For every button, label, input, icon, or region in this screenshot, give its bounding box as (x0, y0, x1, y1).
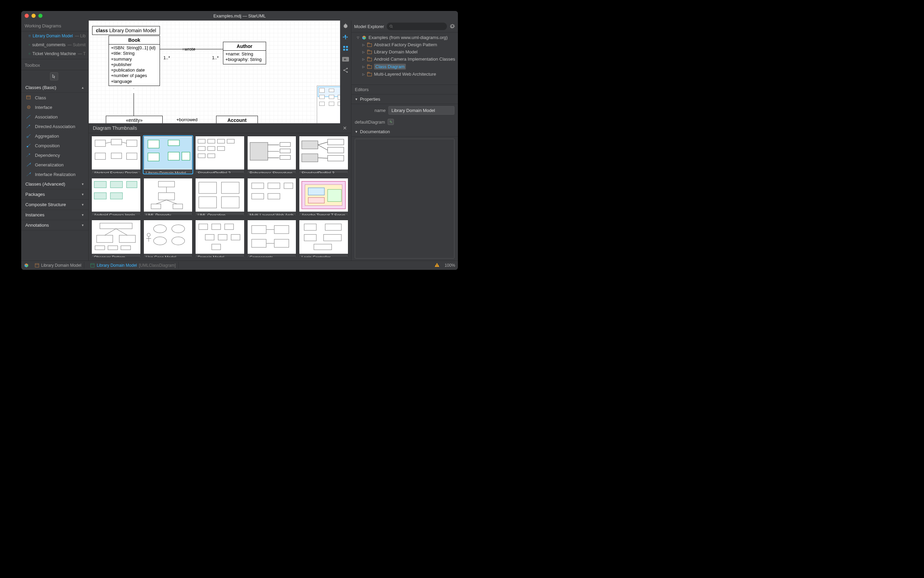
cursor-icon (52, 74, 56, 78)
svg-rect-122 (314, 244, 332, 250)
status-tab-2[interactable]: Library Domain Model [UMLClassDiagram] (88, 262, 179, 269)
documentation-textarea[interactable] (355, 139, 455, 258)
status-tab-1[interactable]: Library Domain Model (32, 262, 84, 269)
toolbox-section-packages[interactable]: Packages▼ (21, 189, 88, 200)
tree-root[interactable]: ▽ Examples (from www.uml-diagrams.org) (351, 34, 458, 41)
uml-class-entity[interactable]: «entity» (106, 116, 163, 123)
toolbox-item-aggregation[interactable]: Aggregation (21, 131, 88, 141)
thumbnail-item[interactable]: Abstract Factory Design (91, 136, 141, 174)
svg-rect-44 (198, 146, 205, 151)
tree-item[interactable]: ▷ Android Camera Implementation Classes (351, 55, 458, 63)
extensions-button[interactable] (342, 23, 349, 30)
thumbnail-item[interactable]: Login Controller (299, 220, 348, 258)
move-tool-button[interactable] (342, 34, 349, 41)
diagram-icon (35, 263, 39, 268)
thumbnail-item[interactable]: UML Property (143, 178, 193, 216)
caret-right-icon: ▷ (362, 73, 365, 76)
thumbnail-label: Robustness Stereotype (248, 169, 296, 173)
working-diagram-item[interactable]: Ticket Vending Machine — T (21, 49, 88, 58)
thumbnail-item[interactable]: StandardProfileL2 (195, 136, 245, 174)
thumbnail-item[interactable]: Observer Pattern (91, 220, 141, 258)
svg-line-63 (318, 158, 328, 158)
toolbox-item-generalization[interactable]: Generalization (21, 160, 88, 169)
caret-down-icon: ▽ (356, 36, 360, 39)
svg-rect-97 (121, 246, 130, 250)
zoom-level[interactable]: 100% (445, 263, 455, 268)
thumbnail-item[interactable]: Use Case Model (143, 220, 193, 258)
share-button[interactable] (342, 67, 349, 74)
maximize-window-button[interactable] (38, 14, 42, 18)
tool-icon (26, 123, 31, 129)
svg-rect-113 (274, 226, 289, 234)
svg-rect-2 (29, 44, 30, 45)
tree-item[interactable]: ▷ Multi-Layered Web Architecture (351, 71, 458, 78)
svg-rect-45 (208, 146, 215, 151)
caret-right-icon: ▷ (362, 43, 365, 47)
svg-rect-58 (328, 140, 344, 145)
caret-down-icon: ▼ (81, 213, 84, 217)
properties-section-header[interactable]: ▼ Properties (351, 94, 458, 104)
thumbnail-label: Domain Model (196, 254, 244, 258)
toolbox-section-composite-structure[interactable]: Composite Structure▼ (21, 200, 88, 210)
working-diagram-item[interactable]: submit_comments — Submit (21, 41, 88, 49)
toolbox-item-directed-association[interactable]: Directed Association (21, 122, 88, 131)
window-controls (25, 14, 42, 18)
toolbox-item-composition[interactable]: Composition (21, 141, 88, 150)
minimize-window-button[interactable] (31, 14, 36, 18)
uml-class-account[interactable]: Account (216, 116, 258, 123)
close-window-button[interactable] (25, 14, 29, 18)
svg-line-94 (116, 229, 127, 235)
svg-rect-59 (328, 147, 344, 153)
model-search[interactable] (386, 23, 447, 30)
model-search-input[interactable] (395, 24, 444, 29)
svg-line-14 (27, 154, 30, 157)
svg-rect-89 (328, 189, 341, 201)
uml-class-book[interactable]: Book +ISBN: String[0..1] {id}+title: Str… (109, 36, 160, 86)
grid-tool-button[interactable] (342, 44, 349, 52)
svg-rect-130 (367, 57, 369, 58)
close-thumbnails-button[interactable]: ✕ (343, 125, 347, 131)
svg-line-93 (105, 229, 116, 235)
thumbnail-item[interactable]: Apache Tomcat 7 Serve (299, 178, 348, 216)
thumbnail-item[interactable]: StandardProfileL3 (299, 136, 348, 174)
working-diagram-item[interactable]: Library Domain Model — Lib (21, 31, 88, 41)
svg-rect-64 (94, 181, 106, 188)
toolbox-section-classes-basic[interactable]: Classes (Basic) ▲ (21, 83, 88, 93)
tool-icon (26, 143, 31, 148)
thumbnail-item[interactable]: Multi-Layered Web Arch (247, 178, 297, 216)
svg-rect-70 (158, 192, 174, 200)
tree-item[interactable]: ▷ Class Diagram (351, 63, 458, 71)
toolbox-item-association[interactable]: Association (21, 112, 88, 122)
toolbox-section-instances[interactable]: Instances▼ (21, 210, 88, 220)
thumbnail-item[interactable]: Domain Model (195, 220, 245, 258)
toolbox-section-classes-advanced-[interactable]: Classes (Advanced)▼ (21, 179, 88, 189)
documentation-section-header[interactable]: ▼ Documentation (351, 127, 458, 136)
svg-rect-48 (208, 154, 215, 158)
thumbnail-item[interactable]: Robustness Stereotype (247, 136, 297, 174)
svg-rect-108 (206, 235, 214, 240)
warning-icon[interactable] (434, 262, 440, 269)
svg-rect-139 (437, 265, 437, 266)
diagram-canvas[interactable]: class Library Domain Model +wrote 1..* 1… (89, 21, 351, 123)
thumbnail-item[interactable]: Android Camera Imple (91, 178, 141, 216)
prop-name-input[interactable] (388, 106, 455, 115)
settings-button[interactable] (450, 23, 455, 30)
toolbox-item-class[interactable]: Class (21, 93, 88, 102)
toolbox-item-interface[interactable]: Interface (21, 102, 88, 112)
svg-rect-68 (110, 192, 122, 199)
toolbox-item-interface-realization[interactable]: Interface Realization (21, 169, 88, 179)
tree-item[interactable]: ▷ Library Domain Model (351, 48, 458, 55)
tree-item[interactable]: ▷ Abstract Factory Design Pattern (351, 41, 458, 48)
share-icon (343, 67, 349, 73)
thumbnail-item[interactable]: Components (247, 220, 297, 258)
toolbox-item-dependency[interactable]: Dependency (21, 150, 88, 160)
toolbox-section-annotations[interactable]: Annotations▼ (21, 220, 88, 231)
default-diagram-checkbox[interactable]: ✎ (388, 119, 394, 125)
svg-rect-46 (218, 146, 225, 151)
uml-class-author[interactable]: Author +name: String+biography: String (223, 42, 266, 64)
markdown-button[interactable]: M↓ (342, 55, 349, 63)
thumbnail-item[interactable]: UML Operation (195, 178, 245, 216)
tool-icon (26, 95, 31, 100)
thumbnail-item[interactable]: Library Domain Model (143, 136, 193, 174)
pointer-tool-button[interactable] (50, 72, 58, 80)
